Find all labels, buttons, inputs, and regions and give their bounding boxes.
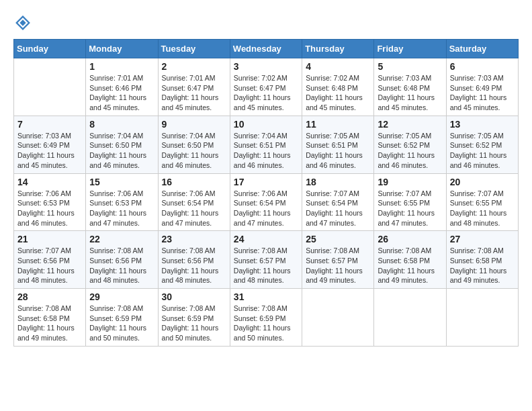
day-info: Sunrise: 7:02 AM Sunset: 6:47 PM Dayligh… [234, 73, 298, 113]
day-info: Sunrise: 7:04 AM Sunset: 6:51 PM Dayligh… [234, 131, 298, 171]
day-number: 25 [306, 234, 370, 244]
day-info: Sunrise: 7:08 AM Sunset: 6:59 PM Dayligh… [162, 304, 226, 343]
calendar-cell: 10Sunrise: 7:04 AM Sunset: 6:51 PM Dayli… [230, 116, 302, 173]
day-info: Sunrise: 7:03 AM Sunset: 6:49 PM Dayligh… [450, 73, 515, 113]
day-number: 5 [378, 61, 442, 72]
week-row-4: 21Sunrise: 7:07 AM Sunset: 6:56 PM Dayli… [14, 231, 519, 289]
day-info: Sunrise: 7:08 AM Sunset: 6:56 PM Dayligh… [162, 246, 226, 285]
day-info: Sunrise: 7:08 AM Sunset: 6:56 PM Dayligh… [89, 246, 154, 285]
day-info: Sunrise: 7:07 AM Sunset: 6:56 PM Dayligh… [17, 246, 82, 285]
calendar-cell: 17Sunrise: 7:06 AM Sunset: 6:54 PM Dayli… [230, 173, 302, 231]
day-number: 6 [450, 61, 515, 72]
day-info: Sunrise: 7:08 AM Sunset: 6:58 PM Dayligh… [450, 246, 515, 285]
day-info: Sunrise: 7:03 AM Sunset: 6:48 PM Dayligh… [378, 73, 442, 113]
calendar-cell: 24Sunrise: 7:08 AM Sunset: 6:57 PM Dayli… [230, 231, 302, 289]
day-number: 17 [234, 177, 298, 187]
day-number: 3 [234, 61, 298, 72]
calendar-cell: 13Sunrise: 7:05 AM Sunset: 6:52 PM Dayli… [446, 116, 518, 173]
day-number: 8 [89, 119, 154, 130]
calendar-cell: 19Sunrise: 7:07 AM Sunset: 6:55 PM Dayli… [374, 173, 446, 231]
day-number: 11 [306, 119, 370, 130]
day-info: Sunrise: 7:06 AM Sunset: 6:53 PM Dayligh… [17, 189, 82, 228]
calendar-cell: 27Sunrise: 7:08 AM Sunset: 6:58 PM Dayli… [446, 231, 518, 289]
calendar-cell: 14Sunrise: 7:06 AM Sunset: 6:53 PM Dayli… [14, 173, 86, 231]
header-day-monday: Monday [86, 40, 158, 58]
week-row-3: 14Sunrise: 7:06 AM Sunset: 6:53 PM Dayli… [14, 173, 519, 231]
calendar-cell: 1Sunrise: 7:01 AM Sunset: 6:46 PM Daylig… [86, 58, 158, 116]
calendar-cell [302, 289, 374, 347]
calendar-cell: 8Sunrise: 7:04 AM Sunset: 6:50 PM Daylig… [86, 116, 158, 173]
calendar-cell: 22Sunrise: 7:08 AM Sunset: 6:56 PM Dayli… [86, 231, 158, 289]
header-day-sunday: Sunday [14, 40, 86, 58]
calendar-cell: 16Sunrise: 7:06 AM Sunset: 6:54 PM Dayli… [158, 173, 230, 231]
day-info: Sunrise: 7:06 AM Sunset: 6:54 PM Dayligh… [162, 189, 226, 228]
day-info: Sunrise: 7:03 AM Sunset: 6:49 PM Dayligh… [17, 131, 82, 171]
day-number: 28 [17, 291, 82, 302]
calendar-cell: 21Sunrise: 7:07 AM Sunset: 6:56 PM Dayli… [14, 231, 86, 289]
day-number: 24 [234, 234, 298, 244]
calendar-cell: 6Sunrise: 7:03 AM Sunset: 6:49 PM Daylig… [446, 58, 518, 116]
day-info: Sunrise: 7:06 AM Sunset: 6:53 PM Dayligh… [89, 189, 154, 228]
day-number: 23 [162, 234, 226, 244]
day-number: 29 [89, 291, 154, 302]
day-info: Sunrise: 7:01 AM Sunset: 6:46 PM Dayligh… [89, 73, 154, 113]
day-info: Sunrise: 7:05 AM Sunset: 6:52 PM Dayligh… [450, 131, 515, 171]
day-number: 10 [234, 119, 298, 130]
day-number: 14 [17, 177, 82, 187]
day-number: 12 [378, 119, 442, 130]
calendar-cell: 20Sunrise: 7:07 AM Sunset: 6:55 PM Dayli… [446, 173, 518, 231]
day-info: Sunrise: 7:05 AM Sunset: 6:51 PM Dayligh… [306, 131, 370, 171]
day-info: Sunrise: 7:08 AM Sunset: 6:57 PM Dayligh… [234, 246, 298, 285]
calendar-cell: 31Sunrise: 7:08 AM Sunset: 6:59 PM Dayli… [230, 289, 302, 347]
logo [13, 13, 35, 32]
header-day-friday: Friday [374, 40, 446, 58]
calendar-cell: 5Sunrise: 7:03 AM Sunset: 6:48 PM Daylig… [374, 58, 446, 116]
day-info: Sunrise: 7:08 AM Sunset: 6:59 PM Dayligh… [234, 304, 298, 343]
calendar-cell: 15Sunrise: 7:06 AM Sunset: 6:53 PM Dayli… [86, 173, 158, 231]
day-number: 7 [17, 119, 82, 130]
page-header [13, 13, 519, 32]
calendar-cell [374, 289, 446, 347]
day-info: Sunrise: 7:05 AM Sunset: 6:52 PM Dayligh… [378, 131, 442, 171]
day-info: Sunrise: 7:07 AM Sunset: 6:54 PM Dayligh… [306, 189, 370, 228]
day-info: Sunrise: 7:08 AM Sunset: 6:58 PM Dayligh… [17, 304, 82, 343]
calendar-cell: 2Sunrise: 7:01 AM Sunset: 6:47 PM Daylig… [158, 58, 230, 116]
day-info: Sunrise: 7:06 AM Sunset: 6:54 PM Dayligh… [234, 189, 298, 228]
day-info: Sunrise: 7:01 AM Sunset: 6:47 PM Dayligh… [162, 73, 226, 113]
calendar-cell: 7Sunrise: 7:03 AM Sunset: 6:49 PM Daylig… [14, 116, 86, 173]
day-number: 31 [234, 291, 298, 302]
header-day-tuesday: Tuesday [158, 40, 230, 58]
day-number: 22 [89, 234, 154, 244]
calendar-cell [14, 58, 86, 116]
day-number: 16 [162, 177, 226, 187]
day-number: 26 [378, 234, 442, 244]
day-info: Sunrise: 7:04 AM Sunset: 6:50 PM Dayligh… [162, 131, 226, 171]
header-day-wednesday: Wednesday [230, 40, 302, 58]
day-info: Sunrise: 7:07 AM Sunset: 6:55 PM Dayligh… [378, 189, 442, 228]
day-number: 1 [89, 61, 154, 72]
day-number: 20 [450, 177, 515, 187]
calendar-cell: 23Sunrise: 7:08 AM Sunset: 6:56 PM Dayli… [158, 231, 230, 289]
calendar-cell: 25Sunrise: 7:08 AM Sunset: 6:57 PM Dayli… [302, 231, 374, 289]
day-info: Sunrise: 7:07 AM Sunset: 6:55 PM Dayligh… [450, 189, 515, 228]
day-number: 2 [162, 61, 226, 72]
day-info: Sunrise: 7:04 AM Sunset: 6:50 PM Dayligh… [89, 131, 154, 171]
calendar-cell: 28Sunrise: 7:08 AM Sunset: 6:58 PM Dayli… [14, 289, 86, 347]
day-number: 9 [162, 119, 226, 130]
day-number: 21 [17, 234, 82, 244]
calendar-cell: 12Sunrise: 7:05 AM Sunset: 6:52 PM Dayli… [374, 116, 446, 173]
calendar-cell: 18Sunrise: 7:07 AM Sunset: 6:54 PM Dayli… [302, 173, 374, 231]
header-day-saturday: Saturday [446, 40, 518, 58]
header-day-thursday: Thursday [302, 40, 374, 58]
day-info: Sunrise: 7:08 AM Sunset: 6:59 PM Dayligh… [89, 304, 154, 343]
calendar-cell: 4Sunrise: 7:02 AM Sunset: 6:48 PM Daylig… [302, 58, 374, 116]
calendar-cell [446, 289, 518, 347]
day-number: 19 [378, 177, 442, 187]
calendar-cell: 26Sunrise: 7:08 AM Sunset: 6:58 PM Dayli… [374, 231, 446, 289]
calendar-cell: 30Sunrise: 7:08 AM Sunset: 6:59 PM Dayli… [158, 289, 230, 347]
calendar-cell: 9Sunrise: 7:04 AM Sunset: 6:50 PM Daylig… [158, 116, 230, 173]
header-row: SundayMondayTuesdayWednesdayThursdayFrid… [14, 40, 519, 58]
day-info: Sunrise: 7:08 AM Sunset: 6:57 PM Dayligh… [306, 246, 370, 285]
day-number: 18 [306, 177, 370, 187]
calendar-cell: 29Sunrise: 7:08 AM Sunset: 6:59 PM Dayli… [86, 289, 158, 347]
